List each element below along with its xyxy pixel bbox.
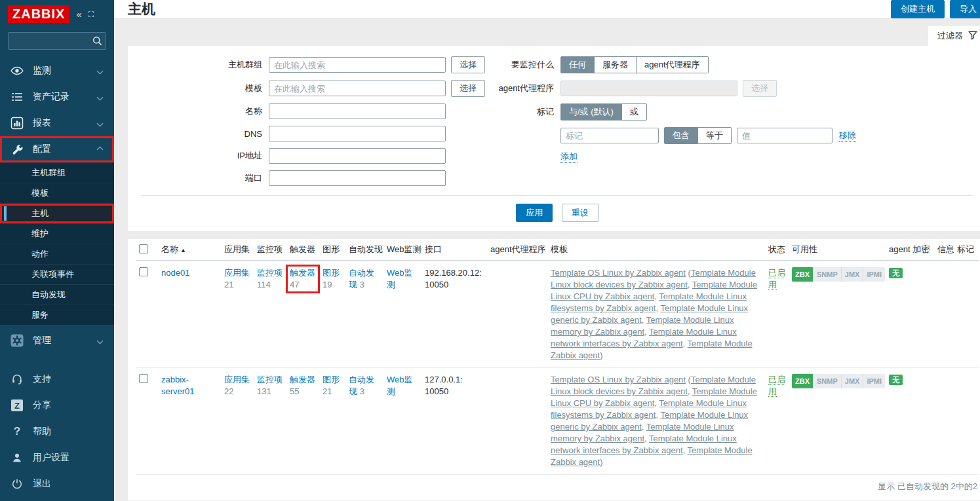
sidebar-item-host-groups[interactable]: 主机群组 — [0, 162, 114, 183]
sidebar-item-templates[interactable]: 模板 — [0, 183, 114, 203]
reset-button[interactable]: 重设 — [562, 204, 598, 222]
sidebar-item-hosts[interactable]: 主机 — [0, 203, 114, 223]
graphs-link[interactable]: 图形 — [323, 268, 340, 278]
col-name[interactable]: 名称▲ — [158, 239, 221, 261]
host-groups-input[interactable] — [269, 57, 446, 73]
import-button[interactable]: 导入 — [950, 0, 980, 18]
sidebar-item-actions[interactable]: 动作 — [0, 244, 114, 264]
availability-badges: ZBX SNMP JMX IPMI — [792, 267, 885, 282]
items-count: 131 — [257, 386, 271, 396]
ip-input[interactable] — [269, 148, 446, 164]
sidebar-item-services[interactable]: 服务 — [0, 305, 114, 325]
tag-remove-link[interactable]: 移除 — [839, 130, 856, 142]
web-link[interactable]: Web监测 — [387, 375, 413, 396]
encryption-badge: 无 — [889, 375, 903, 385]
host-groups-label: 主机群组 — [128, 59, 269, 71]
proxy-select-button[interactable]: 选择 — [743, 80, 777, 97]
apply-button[interactable]: 应用 — [516, 204, 553, 222]
dns-input[interactable] — [269, 126, 446, 141]
chart-icon — [10, 117, 24, 130]
sidebar-item-support[interactable]: 支持 — [0, 366, 114, 392]
monitored-by-any[interactable]: 任何 — [560, 56, 595, 73]
sidebar: ZABBIX « ⛶ 监测 资产记录 报表 — [0, 0, 114, 501]
page-title: 主机 — [128, 0, 886, 18]
tag-add-link[interactable]: 添加 — [560, 151, 578, 163]
col-triggers: 触发器 — [286, 239, 319, 261]
sidebar-item-reports[interactable]: 报表 — [0, 110, 114, 136]
port-input[interactable] — [269, 170, 446, 186]
table-header-row: 名称▲ 应用集 监控项 触发器 图形 自动发现 Web监测 接口 agent代理… — [136, 239, 979, 261]
chevron-down-icon — [97, 94, 104, 100]
name-input[interactable] — [269, 103, 446, 119]
tags-cell — [954, 368, 979, 475]
tags-mode-or[interactable]: 或 — [622, 103, 647, 121]
templates-input[interactable] — [269, 81, 446, 96]
sidebar-item-sign-out[interactable]: 退出 — [0, 471, 114, 497]
footer-item-label: 退出 — [33, 478, 51, 490]
row-checkbox[interactable] — [139, 267, 148, 276]
table-row: node01 应用集 21 监控项 114 触发器 47 图形 19 自动发现 … — [136, 261, 979, 368]
sidebar-item-maintenance[interactable]: 维护 — [0, 223, 114, 244]
sidebar-item-administration[interactable]: 管理 — [0, 327, 114, 354]
host-name-link[interactable]: node01 — [161, 268, 189, 278]
applications-link[interactable]: 应用集 — [224, 268, 250, 278]
fullscreen-icon[interactable]: ⛶ — [88, 10, 94, 19]
snmp-badge: SNMP — [813, 267, 841, 282]
items-link[interactable]: 监控项 — [257, 268, 283, 278]
dns-label: DNS — [128, 129, 269, 139]
row-checkbox[interactable] — [139, 374, 148, 383]
sidebar-footer: 支持 Z 分享 ? 帮助 用户设置 退出 — [0, 366, 114, 501]
templates-select-button[interactable]: 选择 — [451, 80, 485, 97]
select-all-checkbox[interactable] — [139, 244, 148, 253]
triggers-link[interactable]: 触发器 — [290, 268, 315, 278]
monitored-by-proxy[interactable]: agent代理程序 — [637, 56, 709, 73]
triggers-link[interactable]: 触发器 — [290, 375, 315, 384]
col-availability: 可用性 — [789, 239, 886, 261]
monitored-by-server[interactable]: 服务器 — [595, 56, 637, 73]
status-link[interactable]: 已启用 — [768, 375, 785, 397]
host-groups-select-button[interactable]: 选择 — [451, 56, 485, 73]
discovery-count: 3 — [360, 280, 364, 289]
sidebar-item-help[interactable]: ? 帮助 — [0, 418, 114, 445]
eye-icon — [10, 64, 24, 77]
col-web: Web监测 — [383, 239, 421, 261]
tag-operator-contains[interactable]: 包含 — [664, 127, 698, 144]
proxy-input[interactable] — [560, 81, 737, 96]
zbx-badge: ZBX — [792, 267, 813, 282]
tag-name-input[interactable] — [560, 128, 659, 143]
sidebar-item-share[interactable]: Z 分享 — [0, 392, 114, 418]
col-discovery: 自动发现 — [345, 239, 383, 261]
col-graphs: 图形 — [319, 239, 345, 261]
web-link[interactable]: Web监测 — [387, 268, 413, 289]
tag-operator-equals[interactable]: 等于 — [698, 127, 732, 144]
sidebar-item-configuration[interactable]: 配置 — [0, 136, 114, 162]
sidebar-item-event-correlation[interactable]: 关联项事件 — [0, 264, 114, 284]
items-link[interactable]: 监控项 — [257, 375, 283, 384]
host-name-link[interactable]: zabbix-server01 — [161, 375, 195, 396]
tags-cell — [954, 261, 979, 368]
graphs-link[interactable]: 图形 — [323, 375, 340, 384]
signout-icon — [10, 477, 24, 491]
applications-link[interactable]: 应用集 — [224, 375, 250, 384]
templates-cell[interactable]: Template OS Linux by Zabbix agent (Templ… — [547, 261, 765, 368]
submenu-label: 服务 — [31, 309, 49, 321]
tags-mode-andor[interactable]: 与/或 (默认) — [560, 103, 622, 121]
filter-tab[interactable]: 过滤器 — [928, 26, 980, 46]
create-host-button[interactable]: 创建主机 — [891, 0, 945, 18]
sidebar-item-inventory[interactable]: 资产记录 — [0, 84, 114, 110]
tag-value-input[interactable] — [737, 128, 833, 143]
sidebar-item-label: 监测 — [33, 65, 88, 77]
submenu-label: 关联项事件 — [31, 269, 74, 280]
sidebar-item-label: 配置 — [33, 143, 88, 155]
search-icon[interactable] — [92, 35, 102, 46]
collapse-sidebar-icon[interactable]: « — [76, 9, 81, 20]
items-count: 114 — [257, 280, 271, 289]
jmx-badge: JMX — [841, 374, 863, 388]
sidebar-item-monitoring[interactable]: 监测 — [0, 58, 114, 84]
zabbix-logo[interactable]: ZABBIX — [8, 5, 69, 23]
footer-item-label: 分享 — [33, 399, 51, 411]
sidebar-item-discovery[interactable]: 自动发现 — [0, 284, 114, 305]
templates-cell[interactable]: Template OS Linux by Zabbix agent (Templ… — [547, 368, 765, 475]
status-link[interactable]: 已启用 — [768, 268, 785, 290]
sidebar-item-user-settings[interactable]: 用户设置 — [0, 445, 114, 471]
